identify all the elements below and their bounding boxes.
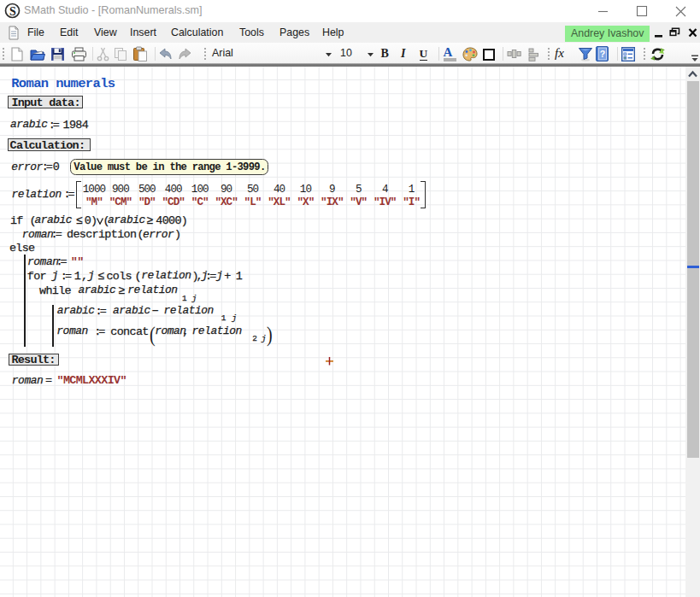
svg-text:?: ? [599, 49, 604, 59]
svg-text:S: S [9, 5, 16, 18]
